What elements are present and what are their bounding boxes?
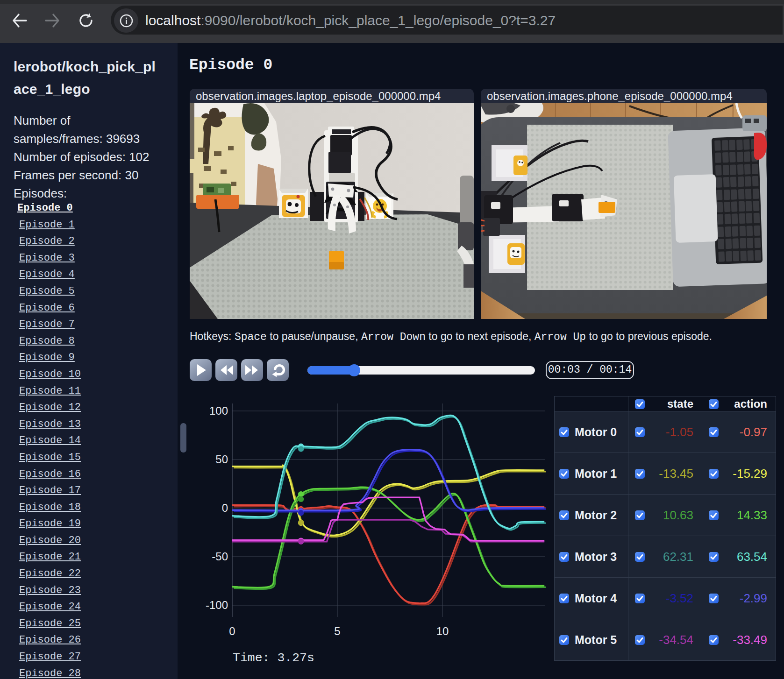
svg-text:-50: -50 <box>212 550 228 563</box>
svg-text:50: 50 <box>215 453 228 466</box>
svg-text:100: 100 <box>209 404 228 417</box>
svg-text:0: 0 <box>222 502 228 514</box>
svg-text:5: 5 <box>334 625 340 637</box>
svg-text:10: 10 <box>436 625 449 637</box>
svg-text:0: 0 <box>229 625 235 637</box>
svg-text:-100: -100 <box>206 599 228 611</box>
svg-text:Time: 3.27s: Time: 3.27s <box>233 651 314 665</box>
